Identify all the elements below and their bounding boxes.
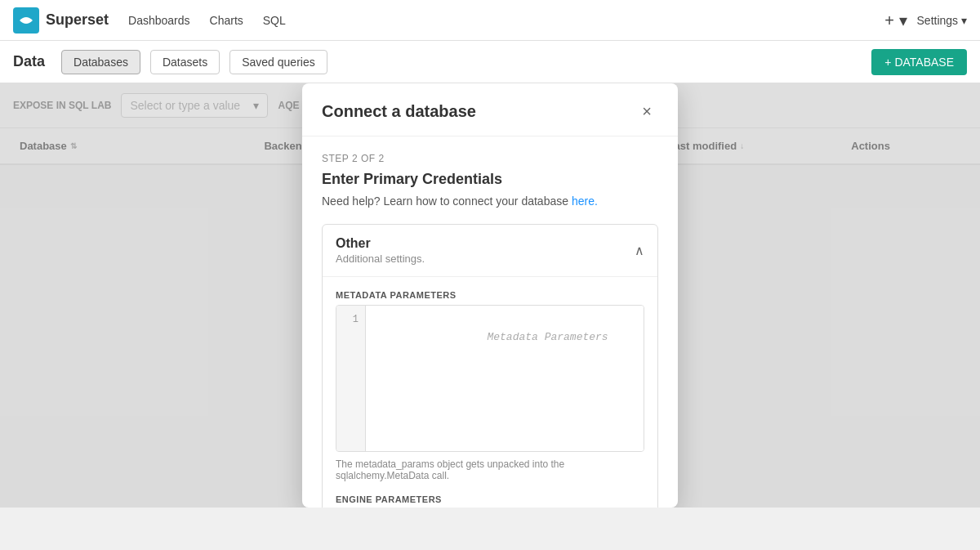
accordion-title: Other	[336, 236, 425, 251]
tab-datasets[interactable]: Datasets	[150, 50, 220, 74]
metadata-placeholder-text: Metadata Parameters	[487, 331, 608, 343]
page-title: Data	[13, 53, 45, 70]
modal-close-button[interactable]: ×	[635, 100, 658, 123]
metadata-helper-text: The metadata_params object gets unpacked…	[336, 458, 644, 481]
connect-database-modal: Connect a database × STEP 2 OF 2 Enter P…	[302, 83, 678, 508]
accordion-content: METADATA PARAMETERS 1 Metadata Parameter…	[323, 276, 657, 508]
metadata-empty-space	[372, 363, 637, 445]
topnav-right: + ▾ Settings ▾	[884, 11, 967, 30]
logo-text: Superset	[46, 11, 109, 29]
accordion-subtitle: Additional settings.	[336, 253, 425, 265]
other-settings-accordion: Other Additional settings. ∧ METADATA PA…	[322, 224, 658, 508]
nav-dashboards[interactable]: Dashboards	[128, 14, 190, 27]
tab-saved-queries[interactable]: Saved queries	[229, 50, 327, 74]
nav-sql[interactable]: SQL	[263, 14, 286, 27]
help-link[interactable]: here.	[572, 195, 598, 208]
metadata-line-numbers: 1	[336, 306, 366, 451]
metadata-params-editor[interactable]: 1 Metadata Parameters	[336, 305, 644, 452]
help-text: Need help? Learn how to connect your dat…	[322, 195, 658, 208]
modal-title: Connect a database	[322, 102, 476, 121]
main-content: EXPOSE IN SQL LAB Select or type a value…	[0, 83, 980, 508]
accordion-header[interactable]: Other Additional settings. ∧	[323, 225, 657, 276]
engine-params-label: ENGINE PARAMETERS	[336, 494, 644, 504]
step-label: STEP 2 OF 2	[322, 153, 658, 164]
metadata-placeholder-line: Metadata Parameters	[372, 312, 637, 363]
modal-section-title: Enter Primary Credentials	[322, 171, 658, 188]
accordion-chevron-icon: ∧	[635, 243, 644, 258]
plus-button[interactable]: + ▾	[884, 11, 906, 30]
accordion-header-text: Other Additional settings.	[336, 236, 425, 265]
tab-databases[interactable]: Databases	[61, 50, 140, 74]
metadata-code-content[interactable]: Metadata Parameters	[366, 306, 644, 451]
nav-charts[interactable]: Charts	[210, 14, 243, 27]
modal-header: Connect a database ×	[302, 83, 678, 136]
add-database-button[interactable]: + DATABASE	[871, 49, 967, 75]
modal-body: STEP 2 OF 2 Enter Primary Credentials Ne…	[302, 136, 678, 508]
settings-button[interactable]: Settings ▾	[917, 14, 967, 27]
nav-links: Dashboards Charts SQL	[128, 14, 286, 27]
top-nav: Superset Dashboards Charts SQL + ▾ Setti…	[0, 0, 980, 41]
logo: Superset	[13, 7, 109, 34]
metadata-params-label: METADATA PARAMETERS	[336, 290, 644, 300]
sub-header: Data Databases Datasets Saved queries + …	[0, 41, 980, 83]
superset-logo-icon	[13, 7, 39, 34]
